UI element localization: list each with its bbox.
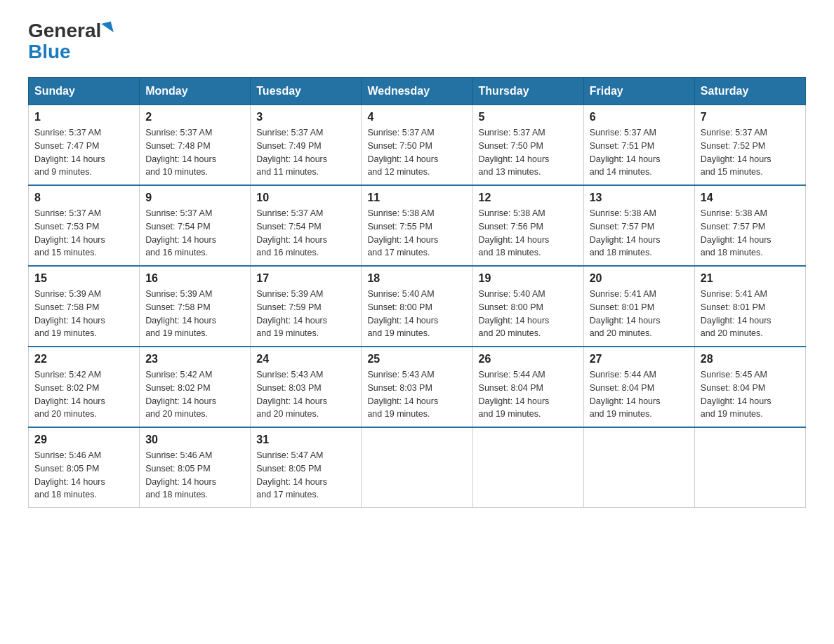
day-number: 22 [34,353,133,365]
day-number: 6 [590,111,689,123]
weekday-header-monday: Monday [140,78,251,105]
calendar-cell: 12Sunrise: 5:38 AMSunset: 7:56 PMDayligh… [472,185,583,266]
calendar-week-row: 22Sunrise: 5:42 AMSunset: 8:02 PMDayligh… [29,347,806,427]
day-info: Sunrise: 5:41 AMSunset: 8:01 PMDaylight:… [701,288,800,340]
day-number: 10 [256,192,355,204]
day-number: 2 [145,111,244,123]
day-info: Sunrise: 5:37 AMSunset: 7:52 PMDaylight:… [701,126,800,179]
logo-general-text: General [28,21,101,41]
calendar-cell [362,427,472,508]
calendar-week-row: 29Sunrise: 5:46 AMSunset: 8:05 PMDayligh… [29,427,806,508]
day-info: Sunrise: 5:37 AMSunset: 7:54 PMDaylight:… [256,207,355,260]
weekday-header-thursday: Thursday [472,78,583,105]
day-number: 4 [367,111,466,123]
day-number: 15 [34,272,133,285]
calendar-cell: 14Sunrise: 5:38 AMSunset: 7:57 PMDayligh… [694,185,805,266]
day-number: 11 [367,192,466,204]
weekday-header-saturday: Saturday [694,78,805,105]
calendar-cell: 2Sunrise: 5:37 AMSunset: 7:48 PMDaylight… [140,105,251,186]
day-number: 23 [145,353,244,365]
day-info: Sunrise: 5:45 AMSunset: 8:04 PMDaylight:… [701,368,800,421]
calendar-cell: 5Sunrise: 5:37 AMSunset: 7:50 PMDaylight… [472,105,583,186]
day-number: 14 [701,192,800,204]
calendar-cell: 11Sunrise: 5:38 AMSunset: 7:55 PMDayligh… [362,185,472,266]
calendar-cell: 1Sunrise: 5:37 AMSunset: 7:47 PMDaylight… [29,105,140,186]
day-info: Sunrise: 5:38 AMSunset: 7:57 PMDaylight:… [701,207,800,260]
calendar-cell [694,427,805,508]
day-info: Sunrise: 5:46 AMSunset: 8:05 PMDaylight:… [145,449,244,502]
day-number: 20 [590,272,689,285]
day-number: 1 [34,111,133,123]
day-info: Sunrise: 5:42 AMSunset: 8:02 PMDaylight:… [145,368,244,421]
day-number: 29 [34,434,133,446]
day-info: Sunrise: 5:37 AMSunset: 7:50 PMDaylight:… [367,126,466,179]
day-info: Sunrise: 5:37 AMSunset: 7:50 PMDaylight:… [479,126,578,179]
weekday-header-tuesday: Tuesday [251,78,362,105]
day-info: Sunrise: 5:43 AMSunset: 8:03 PMDaylight:… [256,368,355,421]
day-number: 9 [145,192,244,204]
calendar-cell: 26Sunrise: 5:44 AMSunset: 8:04 PMDayligh… [472,347,583,427]
day-number: 30 [145,434,244,446]
day-info: Sunrise: 5:39 AMSunset: 7:58 PMDaylight:… [145,288,244,340]
day-number: 13 [590,192,689,204]
day-number: 28 [701,353,800,365]
calendar-cell: 27Sunrise: 5:44 AMSunset: 8:04 PMDayligh… [583,347,694,427]
calendar-cell: 3Sunrise: 5:37 AMSunset: 7:49 PMDaylight… [251,105,362,186]
weekday-header-friday: Friday [583,78,694,105]
calendar-cell: 4Sunrise: 5:37 AMSunset: 7:50 PMDaylight… [362,105,472,186]
calendar-cell: 24Sunrise: 5:43 AMSunset: 8:03 PMDayligh… [251,347,362,427]
day-info: Sunrise: 5:39 AMSunset: 7:59 PMDaylight:… [256,288,355,340]
calendar-cell: 25Sunrise: 5:43 AMSunset: 8:03 PMDayligh… [362,347,472,427]
weekday-header-wednesday: Wednesday [362,78,472,105]
calendar-cell: 23Sunrise: 5:42 AMSunset: 8:02 PMDayligh… [140,347,251,427]
day-info: Sunrise: 5:38 AMSunset: 7:56 PMDaylight:… [479,207,578,260]
day-info: Sunrise: 5:47 AMSunset: 8:05 PMDaylight:… [256,449,355,502]
day-info: Sunrise: 5:46 AMSunset: 8:05 PMDaylight:… [34,449,133,502]
weekday-header-sunday: Sunday [29,78,140,105]
day-number: 3 [256,111,355,123]
day-info: Sunrise: 5:37 AMSunset: 7:51 PMDaylight:… [590,126,689,179]
calendar-cell: 20Sunrise: 5:41 AMSunset: 8:01 PMDayligh… [583,266,694,347]
day-number: 31 [256,434,355,446]
day-info: Sunrise: 5:38 AMSunset: 7:57 PMDaylight:… [590,207,689,260]
day-number: 24 [256,353,355,365]
weekday-header-row: SundayMondayTuesdayWednesdayThursdayFrid… [29,78,806,105]
day-info: Sunrise: 5:40 AMSunset: 8:00 PMDaylight:… [479,288,578,340]
calendar-cell: 6Sunrise: 5:37 AMSunset: 7:51 PMDaylight… [583,105,694,186]
calendar-cell: 19Sunrise: 5:40 AMSunset: 8:00 PMDayligh… [472,266,583,347]
page-header: General Blue [28,21,806,63]
day-info: Sunrise: 5:38 AMSunset: 7:55 PMDaylight:… [367,207,466,260]
day-info: Sunrise: 5:44 AMSunset: 8:04 PMDaylight:… [479,368,578,421]
calendar-cell: 7Sunrise: 5:37 AMSunset: 7:52 PMDaylight… [694,105,805,186]
day-info: Sunrise: 5:37 AMSunset: 7:54 PMDaylight:… [145,207,244,260]
day-info: Sunrise: 5:43 AMSunset: 8:03 PMDaylight:… [367,368,466,421]
day-number: 26 [479,353,578,365]
day-number: 17 [256,272,355,285]
day-info: Sunrise: 5:44 AMSunset: 8:04 PMDaylight:… [590,368,689,421]
day-number: 16 [145,272,244,285]
calendar-cell: 28Sunrise: 5:45 AMSunset: 8:04 PMDayligh… [694,347,805,427]
day-info: Sunrise: 5:37 AMSunset: 7:47 PMDaylight:… [34,126,133,179]
calendar-cell: 18Sunrise: 5:40 AMSunset: 8:00 PMDayligh… [362,266,472,347]
logo-arrow-icon [101,21,114,34]
calendar-cell: 16Sunrise: 5:39 AMSunset: 7:58 PMDayligh… [140,266,251,347]
day-number: 27 [590,353,689,365]
calendar-cell: 8Sunrise: 5:37 AMSunset: 7:53 PMDaylight… [29,185,140,266]
day-number: 5 [479,111,578,123]
calendar-cell: 22Sunrise: 5:42 AMSunset: 8:02 PMDayligh… [29,347,140,427]
day-number: 18 [367,272,466,285]
calendar-cell: 13Sunrise: 5:38 AMSunset: 7:57 PMDayligh… [583,185,694,266]
calendar-cell: 15Sunrise: 5:39 AMSunset: 7:58 PMDayligh… [29,266,140,347]
calendar-cell: 9Sunrise: 5:37 AMSunset: 7:54 PMDaylight… [140,185,251,266]
logo: General Blue [28,21,112,63]
day-info: Sunrise: 5:40 AMSunset: 8:00 PMDaylight:… [367,288,466,340]
day-info: Sunrise: 5:37 AMSunset: 7:48 PMDaylight:… [145,126,244,179]
day-info: Sunrise: 5:41 AMSunset: 8:01 PMDaylight:… [590,288,689,340]
day-number: 19 [479,272,578,285]
calendar-cell: 30Sunrise: 5:46 AMSunset: 8:05 PMDayligh… [140,427,251,508]
day-info: Sunrise: 5:42 AMSunset: 8:02 PMDaylight:… [34,368,133,421]
calendar-cell: 17Sunrise: 5:39 AMSunset: 7:59 PMDayligh… [251,266,362,347]
day-number: 8 [34,192,133,204]
calendar-week-row: 8Sunrise: 5:37 AMSunset: 7:53 PMDaylight… [29,185,806,266]
day-info: Sunrise: 5:37 AMSunset: 7:49 PMDaylight:… [256,126,355,179]
